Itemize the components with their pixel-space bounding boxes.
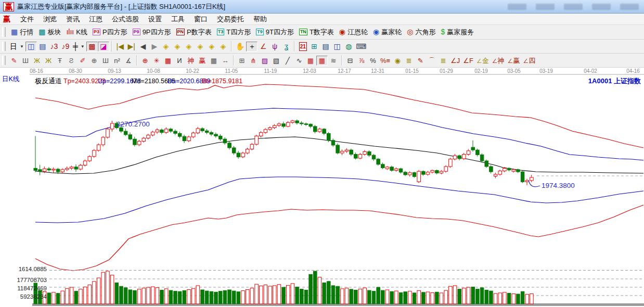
fan-lines-button[interactable]: ⋔ (248, 56, 259, 66)
winner-service-button[interactable]: $赢家服务 (438, 27, 476, 38)
pencil-button[interactable]: ✎ (8, 56, 20, 66)
web-chart-button[interactable]: ◍ (343, 42, 354, 52)
t-number-table-button[interactable]: TNT数字表 (297, 27, 337, 38)
angle-tool-button[interactable]: ∡ (123, 56, 134, 66)
star-web-button[interactable]: ✳ (151, 56, 162, 66)
gann-circle-button[interactable]: ⊕ (88, 56, 100, 66)
zoom-right-button[interactable]: ◈ (172, 42, 183, 52)
volume-profile-button[interactable]: ◪ (98, 42, 109, 52)
n-mark-button[interactable]: И (174, 56, 185, 66)
last-page-button[interactable]: ▶| (126, 42, 137, 52)
angle-j-button[interactable]: ∠J (449, 56, 461, 66)
menu-item-工具[interactable]: 工具 (166, 14, 189, 24)
span-arrows-button[interactable]: ↔ (220, 56, 231, 66)
angle-measure-button[interactable]: ∠ (257, 42, 269, 52)
gann-target-button[interactable]: ⊕ (139, 56, 151, 66)
gann-wheel-button[interactable]: ◉江恩轮 (337, 27, 370, 38)
crosshair-tool-button[interactable]: ＋ (246, 42, 257, 52)
n-square-button[interactable]: n² (111, 56, 123, 66)
menu-item-帮助[interactable]: 帮助 (249, 14, 272, 24)
zoom-all-button[interactable]: ◈ (206, 42, 217, 52)
zoom-h-button[interactable]: ◈ (183, 42, 195, 52)
menu-item-江恩[interactable]: 江恩 (84, 14, 107, 24)
grid-b-button[interactable]: ▦ (316, 56, 328, 66)
toolbar-grip[interactable] (2, 56, 6, 65)
save-button[interactable]: ◫ (331, 42, 343, 52)
gold-grid-2-button[interactable]: Ж (43, 56, 54, 66)
trend-line-button[interactable]: ╱ (282, 56, 293, 66)
sectors-button[interactable]: ▩板块 (36, 27, 63, 38)
zoom-fit-button[interactable]: ◈ (217, 42, 229, 52)
window-layout-button[interactable]: ◫ (25, 42, 37, 52)
ruler-grid-2-button[interactable]: Ш (100, 56, 111, 66)
gold-lines-button[interactable]: ≣ (403, 56, 415, 66)
hatch-box-button[interactable]: ▨ (259, 56, 271, 66)
hand-tool-button[interactable]: ✋ (234, 42, 246, 52)
shen-tool-button[interactable]: 神 (185, 56, 197, 66)
menu-item-公式选股[interactable]: 公式选股 (107, 14, 144, 24)
hexagon-button[interactable]: ◎六角形 (404, 27, 438, 38)
zoom-plus-button[interactable]: ◈ (195, 42, 206, 52)
calculator-button[interactable]: ⊞ (308, 42, 320, 52)
ying-tool-button[interactable]: 赢 (197, 56, 208, 66)
quotes-button[interactable]: ▦行情 (8, 27, 36, 38)
menu-item-浏览[interactable]: 浏览 (38, 14, 61, 24)
period-day-button[interactable]: 日▼ (8, 42, 25, 52)
candle-style-button[interactable]: ╪▼ (71, 42, 86, 52)
percent-button[interactable]: % (367, 56, 379, 66)
9t-square-button[interactable]: T99T四方形 (253, 27, 297, 38)
angle-four-button[interactable]: ∠四 (521, 56, 537, 66)
first-page-button[interactable]: |◀ (114, 42, 126, 52)
chart-canvas[interactable]: 08-1608-3009-1310-0810-2211-0511-1912-03… (0, 68, 644, 307)
menu-item-设置[interactable]: 设置 (144, 14, 166, 24)
menu-item-交易委托[interactable]: 交易委托 (212, 14, 249, 24)
box-tool-button[interactable]: ⊞ (236, 56, 248, 66)
p-square-button[interactable]: P3P四方形 (90, 27, 130, 38)
calendar-21-button[interactable]: 21 (297, 41, 308, 52)
mark-pen-button[interactable]: ✎ (415, 56, 426, 66)
pen-angle-button[interactable]: ✐ (77, 56, 88, 66)
gold-lines-2-button[interactable]: ≣ (437, 56, 449, 66)
spiral-button[interactable]: Ƨ (66, 56, 77, 66)
percent-lines-button[interactable]: %≡ (379, 56, 392, 66)
chart-area[interactable]: 08-1608-3009-1310-0810-2211-0511-1912-03… (0, 68, 644, 307)
wave-line-button[interactable]: ∿ (293, 56, 305, 66)
prev-page-button[interactable]: ◀ (137, 42, 149, 52)
toolbar-grip[interactable] (2, 42, 6, 51)
workstation-button[interactable]: ⌨ (354, 42, 368, 52)
angle-ying-button[interactable]: ∠赢 (506, 56, 522, 66)
kline-button[interactable]: ılııK线 (63, 27, 89, 38)
ruler-grid-button[interactable]: Ш (20, 56, 31, 66)
seven-eighths-button[interactable]: ⅞ (356, 56, 367, 66)
brain-tool-button[interactable]: ʓ (280, 42, 292, 52)
red-grid-button[interactable]: ▦ (162, 56, 174, 66)
maze-chart-button[interactable]: ▩ (86, 42, 98, 52)
menu-item-文件[interactable]: 文件 (16, 14, 38, 24)
grid-a-button[interactable]: ▦ (305, 56, 316, 66)
next-page-button[interactable]: ▶ (149, 42, 160, 52)
t-square-button[interactable]: T3T四方形 (214, 27, 253, 38)
f-grid-button[interactable]: Ŧ (54, 56, 66, 66)
wave-9-button[interactable]: ♪9 (60, 42, 71, 52)
gold-circle-button[interactable]: ◉ (392, 56, 403, 66)
gold-grid-1-button[interactable]: Ж (31, 56, 43, 66)
stat-box-button[interactable]: ⊟ (344, 56, 356, 66)
wave-3-button[interactable]: ♪3 (48, 42, 60, 52)
toolbar-grip[interactable] (2, 27, 6, 37)
winner-wheel-button[interactable]: ◉赢家轮 (370, 27, 404, 38)
menu-item-窗口[interactable]: 窗口 (189, 14, 212, 24)
parallel-lines-button[interactable]: ≋ (328, 56, 339, 66)
angle-gold-button[interactable]: ∠金 (475, 56, 491, 66)
zoom-left-button[interactable]: ◈ (160, 42, 172, 52)
p-number-table-button[interactable]: PNP数字表 (174, 27, 214, 38)
dark-box-button[interactable]: ▧ (271, 56, 282, 66)
menu-item-资讯[interactable]: 资讯 (61, 14, 84, 24)
9p-square-button[interactable]: P99P四方形 (130, 27, 174, 38)
arc-box-button[interactable]: ⌒ (426, 56, 437, 66)
angle-shen-button[interactable]: ∠神 (491, 56, 506, 66)
num-grid-button[interactable]: ▦ (208, 56, 220, 66)
notes-button[interactable]: ▤ (320, 42, 331, 52)
angle-f-button[interactable]: ∠F (461, 56, 475, 66)
info-panel-button[interactable]: ▤ (37, 42, 48, 52)
psi-tool-button[interactable]: ψ (269, 42, 280, 52)
